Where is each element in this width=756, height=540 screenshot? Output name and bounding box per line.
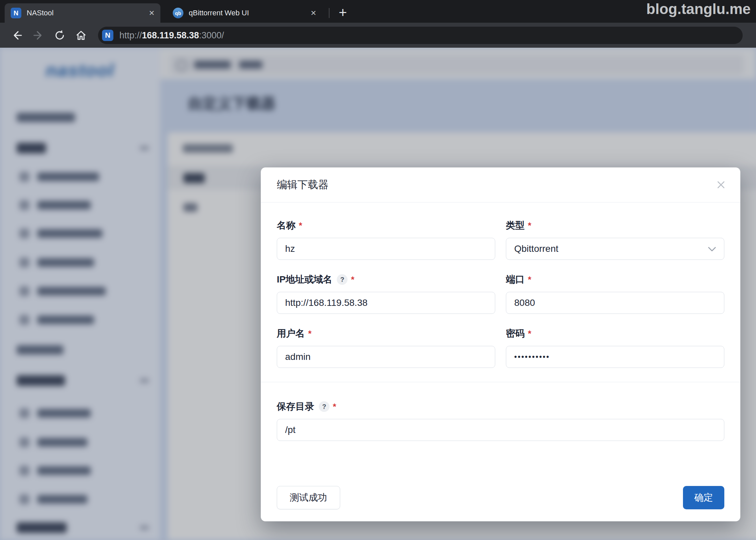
address-bar[interactable]: N http://168.119.58.38:3000/ [98,27,743,44]
confirm-button[interactable]: 确定 [683,486,724,509]
address-input[interactable] [277,292,495,314]
username-input[interactable] [277,346,495,368]
field-label: 保存目录?* [277,401,724,412]
modal-close-button[interactable] [714,178,728,191]
save-dir-input[interactable] [277,419,724,441]
back-icon[interactable] [11,29,23,42]
edit-downloader-modal: 编辑下载器 名称* 类型* Qbittorrent [261,167,740,521]
tab-close-icon[interactable]: × [149,8,154,18]
label-text: 用户名 [277,327,305,340]
qbittorrent-favicon: qb [173,8,183,18]
label-text: 密码 [506,327,525,340]
field-password: 密码* [506,328,724,368]
url-host: 168.119.58.38 [142,30,199,40]
nastool-favicon: N [102,30,113,41]
required-marker: * [528,220,531,231]
new-tab-button[interactable]: + [333,3,352,22]
tab-nastool[interactable]: N NAStool × [5,3,160,23]
home-icon[interactable] [75,29,87,42]
label-text: IP地址或域名 [277,273,332,286]
field-name: 名称* [277,220,495,260]
tab-qbittorrent[interactable]: qb qBittorrent Web UI × [167,3,322,23]
tab-title: NAStool [27,9,145,17]
field-label: 端口* [506,274,724,285]
modal-header: 编辑下载器 [261,167,740,202]
test-button[interactable]: 测试成功 [277,486,340,509]
watermark: blog.tanglu.me [646,1,751,17]
browser-tab-strip: N NAStool × qb qBittorrent Web UI × + bl… [0,0,756,23]
field-address: IP地址或域名?* [277,274,495,314]
modal-title: 编辑下载器 [277,178,328,192]
modal-form-top: 名称* 类型* Qbittorrent IP地址或域名?* 端口* [261,202,740,382]
chevron-down-icon [707,246,717,252]
field-label: 类型* [506,220,724,231]
label-text: 端口 [506,273,525,286]
field-username: 用户名* [277,328,495,368]
required-marker: * [333,402,336,412]
nastool-favicon: N [11,8,21,18]
select-value: Qbittorrent [514,243,558,254]
label-text: 名称 [277,219,295,232]
modal-form-bottom: 保存目录?* [261,382,740,441]
field-type: 类型* Qbittorrent [506,220,724,260]
field-label: 密码* [506,328,724,339]
type-select[interactable]: Qbittorrent [506,238,724,260]
forward-icon[interactable] [32,29,45,42]
required-marker: * [528,329,531,339]
tab-separator [329,8,329,18]
port-input[interactable] [506,292,724,314]
field-label: 用户名* [277,328,495,339]
password-input[interactable] [506,346,724,368]
required-marker: * [528,275,531,285]
screen: nastool 自 [0,0,756,540]
label-text: 类型 [506,219,525,232]
tab-title: qBittorrent Web UI [189,9,307,17]
field-label: IP地址或域名?* [277,274,495,285]
reload-icon[interactable] [53,29,66,42]
field-save-dir: 保存目录?* [277,401,724,441]
help-icon[interactable]: ? [319,401,329,412]
url-scheme: http:// [119,30,142,40]
field-port: 端口* [506,274,724,314]
tab-close-icon[interactable]: × [311,8,316,18]
url-text: http://168.119.58.38:3000/ [119,30,224,41]
modal-footer: 测试成功 确定 [277,486,724,509]
close-icon [715,179,727,190]
required-marker: * [308,329,311,339]
name-input[interactable] [277,238,495,260]
field-label: 名称* [277,220,495,231]
required-marker: * [299,220,302,231]
required-marker: * [351,275,354,285]
label-text: 保存目录 [277,400,314,413]
url-port: :3000/ [199,30,224,40]
help-icon[interactable]: ? [337,274,347,285]
